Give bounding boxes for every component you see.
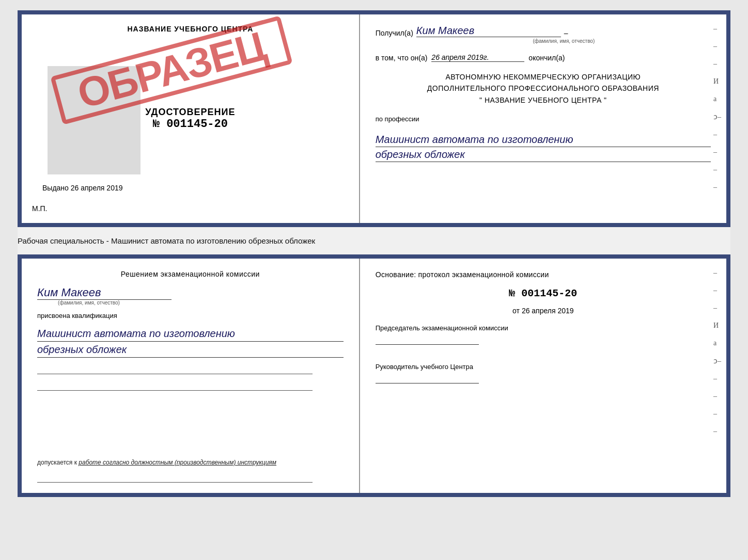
bdash1: – [713, 269, 721, 277]
blank-line-1 [37, 364, 313, 374]
dash9: – [713, 166, 721, 174]
top-cert-right: Получил(а) Ким Макеев – (фамилия, имя, о… [360, 14, 726, 223]
rukovoditel-block: Руководитель учебного Центра [376, 361, 711, 387]
top-cert-left: НАЗВАНИЕ УЧЕБНОГО ЦЕНТРА ОБРАЗЕЦ УДОСТОВ… [22, 14, 360, 223]
bdash4: И [713, 322, 721, 330]
dopuskaetsya-italic: работе согласно должностным (производств… [79, 459, 276, 466]
org-line3: " НАЗВАНИЕ УЧЕБНОГО ЦЕНТРА " [376, 94, 711, 106]
dash2: – [713, 42, 721, 51]
cert-number-top: № 001145-20 [145, 118, 235, 131]
bottom-fio-sub: (фамилия, имя, отчество) [37, 300, 141, 306]
dash10: – [713, 183, 721, 191]
bottom-certificate: Решением экзаменационной комиссии Ким Ма… [18, 254, 730, 497]
predsedatel-signature [376, 334, 479, 345]
bottom-right-side-dashes: – – – И а ↄ– – – – – [713, 269, 721, 436]
dash8: – [713, 148, 721, 156]
right-side-dashes: – – – И а ↄ– – – – – [713, 25, 721, 191]
po-professii-label: по профессии [376, 115, 711, 123]
bdash2: – [713, 286, 721, 295]
dash6: ↄ– [713, 113, 721, 121]
bdash5: а [713, 339, 721, 347]
predsedatel-block: Председатель экзаменационной комиссии [376, 322, 711, 348]
resheniem-text: Решением экзаменационной комиссии [37, 269, 344, 280]
protocol-number: № 001145-20 [376, 287, 711, 299]
predsedatel-label: Председатель экзаменационной комиссии [376, 322, 711, 334]
qualification-block: Машинист автомата по изготовлению обрезн… [37, 326, 344, 358]
poluchil-label: Получил(а) [376, 29, 413, 37]
bdash3: – [713, 304, 721, 312]
protocol-date-prefix: от [512, 307, 520, 315]
dopuskaetsya-prefix: допускается к [37, 459, 77, 466]
mp-label: М.П. [32, 204, 48, 213]
bottom-cert-left: Решением экзаменационной комиссии Ким Ма… [22, 259, 360, 493]
protocol-date: от 26 апреля 2019 [376, 307, 711, 315]
bdash7: – [713, 375, 721, 383]
org-line2: ДОПОЛНИТЕЛЬНОГО ПРОФЕССИОНАЛЬНОГО ОБРАЗО… [376, 83, 711, 94]
bdash10: – [713, 427, 721, 436]
dopuskaetsya-block: допускается к работе согласно должностны… [37, 459, 344, 466]
org-line1: АВТОНОМНУЮ НЕКОММЕРЧЕСКУЮ ОРГАНИЗАЦИЮ [376, 71, 711, 83]
bdash8: – [713, 392, 721, 401]
osnovanie-text: Основание: протокол экзаменационной коми… [376, 269, 711, 280]
bdash6: ↄ– [713, 357, 721, 365]
profession-line2: обрезных обложек [376, 147, 711, 162]
cert-overlay-block: УДОСТОВЕРЕНИЕ № 001145-20 [145, 107, 235, 131]
fio-sub-top: (фамилия, имя, отчество) [417, 38, 711, 44]
org-block: АВТОНОМНУЮ НЕКОММЕРЧЕСКУЮ ОРГАНИЗАЦИЮ ДО… [376, 71, 711, 106]
udostoverenie-label: УДОСТОВЕРЕНИЕ [145, 107, 235, 118]
poluchil-row: Получил(а) Ким Макеев – [376, 25, 711, 37]
top-certificate: НАЗВАНИЕ УЧЕБНОГО ЦЕНТРА ОБРАЗЕЦ УДОСТОВ… [18, 10, 730, 227]
okonchil-label: окончил(а) [528, 54, 565, 62]
rukovoditel-label: Руководитель учебного Центра [376, 361, 711, 373]
document-container: НАЗВАНИЕ УЧЕБНОГО ЦЕНТРА ОБРАЗЕЦ УДОСТОВ… [18, 10, 730, 497]
qualification-line2: обрезных обложек [37, 342, 344, 358]
rukovoditel-signature [376, 373, 479, 383]
dash4: И [713, 77, 721, 86]
qualification-line1: Машинист автомата по изготовлению [37, 326, 344, 342]
dash1: – [713, 25, 721, 33]
poluchil-name: Ким Макеев [416, 25, 561, 37]
middle-label: Рабочая специальность - Машинист автомат… [18, 234, 730, 247]
dash3: – [713, 60, 721, 68]
profession-block: Машинист автомата по изготовлению обрезн… [376, 132, 711, 162]
bottom-person-name: Ким Макеев [37, 286, 172, 300]
vtom-date: 26 апреля 2019г. [431, 53, 524, 62]
blank-line-2 [37, 380, 313, 391]
dash7: – [713, 131, 721, 139]
vydano-line: Выдано 26 апреля 2019 [42, 184, 123, 192]
vtom-row: в том, что он(а) 26 апреля 2019г. окончи… [376, 53, 711, 62]
dash5: а [713, 95, 721, 103]
blank-line-3 [37, 472, 313, 483]
vydano-label: Выдано [42, 184, 69, 192]
vydano-date: 26 апреля 2019 [71, 184, 123, 192]
bottom-cert-right: Основание: протокол экзаменационной коми… [360, 259, 726, 493]
profession-line1: Машинист автомата по изготовлению [376, 132, 711, 147]
bottom-person-block: Ким Макеев (фамилия, имя, отчество) [37, 286, 344, 306]
protocol-date-value: 26 апреля 2019 [522, 307, 574, 315]
vtom-label: в том, что он(а) [376, 54, 428, 62]
prisvoena-label: присвоена квалификация [37, 312, 344, 319]
bdash9: – [713, 410, 721, 418]
